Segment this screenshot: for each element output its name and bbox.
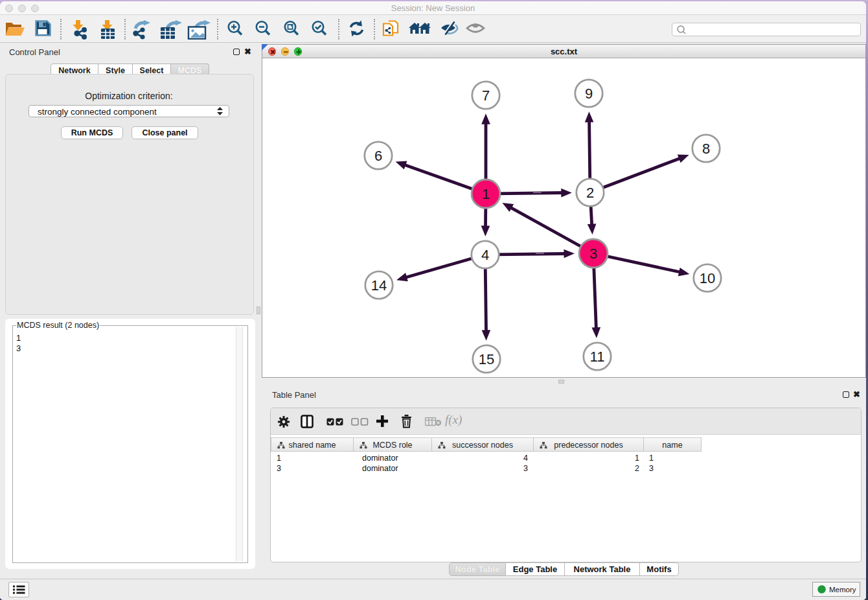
svg-text:2: 2 [586, 184, 594, 200]
svg-text:10: 10 [700, 270, 715, 286]
svg-text:1: 1 [482, 185, 490, 202]
svg-text:6: 6 [374, 147, 382, 163]
svg-text:14: 14 [371, 277, 387, 293]
svg-text:3: 3 [589, 245, 597, 261]
svg-text:4: 4 [481, 246, 489, 262]
svg-text:9: 9 [585, 85, 593, 101]
svg-text:8: 8 [702, 140, 710, 156]
svg-text:11: 11 [590, 348, 605, 364]
svg-text:7: 7 [482, 87, 490, 103]
svg-text:15: 15 [479, 351, 494, 367]
